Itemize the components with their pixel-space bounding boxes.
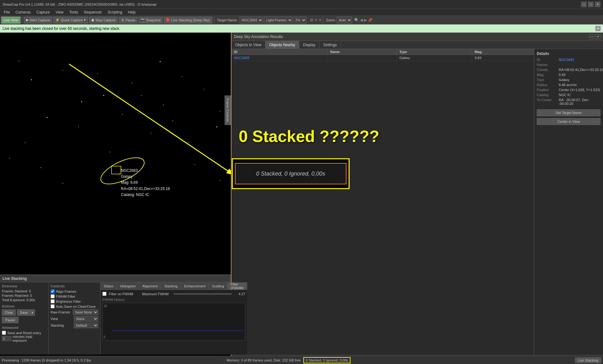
window-title: SharpCap Pro (v4.1.11680, 64 bit) - ZWO … [3, 3, 156, 6]
save-button[interactable]: Save [17, 309, 30, 316]
fwhm-filter-label: FWHM Filter [56, 295, 75, 298]
fwhm-baseline-line [112, 330, 243, 331]
svg-point-15 [47, 117, 48, 118]
notification-close-button[interactable]: ✕ [595, 26, 600, 31]
save-dropdown-button[interactable]: ▾ [30, 309, 35, 316]
quick-capture-button[interactable]: ⚡ Quick Capture ▾ [53, 17, 88, 24]
tab-stacking[interactable]: Stacking [161, 282, 181, 290]
maximize-button[interactable]: □ [588, 2, 594, 7]
close-window-button[interactable]: ✕ [595, 2, 600, 7]
fwhm-slider[interactable] [174, 293, 232, 295]
fwhm-chart: 10 0 [102, 303, 245, 340]
menu-file[interactable]: File [1, 9, 12, 15]
tab-guiding[interactable]: Guiding [209, 282, 227, 290]
ann-tab-objects-nearby[interactable]: Objects Nearby [265, 41, 299, 49]
live-stacking-content: Overview Frames Stacked: 0 Frames Reject… [0, 282, 231, 355]
svg-point-7 [19, 61, 19, 61]
menu-capture[interactable]: Capture [34, 9, 52, 15]
annotation-minimize-button[interactable]: — [589, 34, 594, 39]
save-reset-label: Save and Reset every [7, 331, 41, 335]
detail-type-value: Galaxy [559, 78, 569, 82]
target-name-select[interactable]: NGC2683 [240, 17, 263, 24]
ann-tab-settings[interactable]: Settings [319, 41, 341, 49]
object-catalog: Catalog: NGC IC [121, 192, 170, 198]
save-reset-checkbox[interactable] [2, 331, 6, 335]
svg-point-13 [110, 152, 110, 152]
align-frames-checkbox[interactable] [51, 289, 55, 293]
stacking-select[interactable]: Default [74, 323, 98, 328]
notification-bar: Live stacking has been closed for over 6… [0, 24, 603, 33]
menu-help[interactable]: Help [125, 9, 138, 15]
ann-tab-display[interactable]: Display [299, 41, 319, 49]
live-stacking-button[interactable]: 🔴 Live Stacking (Deep Sky) [164, 17, 212, 24]
frame-controls-tab[interactable]: Frame Controls [225, 95, 231, 125]
raw-frames-select[interactable]: Save None [73, 309, 98, 315]
snapshot-button[interactable]: 📷 Snapshot [139, 17, 163, 24]
svg-rect-31 [111, 166, 121, 174]
live-stacking-tab-button[interactable]: Live Stacking [575, 357, 601, 363]
fx-select[interactable]: FX [294, 17, 307, 24]
detail-coords-row: Coords. RA=08:52:41,Dec=+33:25:18 [537, 68, 600, 72]
light-frames-select[interactable]: Light Frames [264, 17, 293, 24]
detail-to-center-label: To Center [537, 98, 559, 106]
menu-cameras[interactable]: Cameras [13, 9, 33, 15]
set-target-name-button[interactable]: Set Target Name [537, 109, 600, 116]
actions-section: Actions Clear Save ▾ Pause [2, 304, 46, 323]
svg-point-24 [141, 95, 142, 96]
details-buttons: Set Target Name Center in View [537, 109, 600, 125]
overview-title: Overview [2, 284, 46, 288]
detail-names-row: Names [537, 63, 600, 67]
clear-button[interactable]: Clear [2, 309, 16, 316]
minutes-input[interactable] [2, 336, 11, 341]
separator-1 [22, 17, 22, 23]
detail-id-value[interactable]: NGC2683 [559, 58, 574, 62]
raw-frames-row: Raw Frames Save None [51, 309, 98, 315]
start-capture-button[interactable]: ▶ Start Capture [24, 17, 52, 24]
object-type: Galaxy [121, 174, 170, 180]
detail-coords-value: RA=08:52:41,Dec=+33:25:18 [559, 68, 603, 72]
table-row[interactable]: NGC2683 Galaxy 9.69 [231, 55, 534, 61]
fwhm-value: 4.27 [234, 292, 245, 296]
brightness-filter-checkbox[interactable] [51, 299, 55, 303]
menu-tools[interactable]: Tools [67, 9, 81, 15]
detail-position-value: Center (X=1.628, Y=1.533) [559, 88, 600, 92]
stop-capture-button[interactable]: ⏹ Stop Capture [89, 17, 118, 24]
tab-status[interactable]: Status [100, 282, 117, 290]
tab-enhancement[interactable]: Enhancement [181, 282, 209, 290]
zoom-select[interactable]: Auto [337, 17, 352, 24]
toolbar-icons: ⊞ ✕ ▾ [310, 18, 321, 22]
detail-radius-label: Radius [537, 83, 559, 87]
toolbar: Live View ▶ Start Capture ⚡ Quick Captur… [0, 16, 603, 24]
tab-histogram[interactable]: Histogram [117, 282, 139, 290]
fwhm-filter-checkbox[interactable] [51, 294, 55, 298]
menu-scripting[interactable]: Scripting [105, 9, 125, 15]
tab-alignment[interactable]: Alignment [139, 282, 161, 290]
pause-button[interactable]: Pause [2, 317, 19, 323]
stacked-inner-box: 0 Stacked, 0 Ignored, 0,00s [235, 163, 346, 184]
pause-toolbar-button[interactable]: ⏸ Pause [119, 17, 137, 24]
menu-sequencer[interactable]: Sequencer [81, 9, 105, 15]
minimize-button[interactable]: — [581, 2, 587, 7]
detail-id-row: ID NGC2683 [537, 58, 600, 62]
svg-point-3 [103, 95, 104, 96]
col-type: Type [397, 49, 472, 55]
view-select[interactable]: Stack [74, 316, 98, 322]
actions-title: Actions [2, 304, 46, 308]
menu-bar: File Cameras Capture View Tools Sequence… [0, 9, 603, 16]
ann-tab-objects-in-view[interactable]: Objects In View [231, 41, 265, 49]
fwhm-history-label: FWHM History [102, 298, 245, 302]
annotation-close-button[interactable]: ✕ [595, 34, 600, 39]
details-panel: Details ID NGC2683 Names Coords. RA=08:5… [534, 49, 603, 355]
svg-line-30 [198, 187, 231, 196]
status-stacked-text: 0 Stacked, 0 Ignored, 0,00s [306, 358, 348, 362]
detail-to-center-value: RA: -00:00:07, Dec: -00:00:20 [559, 98, 600, 106]
center-in-view-button[interactable]: Center in View [537, 118, 600, 125]
title-bar: SharpCap Pro (v4.1.11680, 64 bit) - ZWO … [0, 0, 603, 9]
auto-save-checkbox[interactable] [51, 304, 55, 308]
notification-message: Live stacking has been closed for over 6… [3, 26, 120, 31]
object-coords: RA=08:52:41,Dec=+33:25:18 [121, 186, 170, 192]
live-view-button[interactable]: Live View [1, 17, 20, 24]
tab-filter-fwhm[interactable]: Filter (FWHM) [227, 282, 247, 290]
menu-view[interactable]: View [53, 9, 66, 15]
filter-on-fwhm-checkbox[interactable] [102, 292, 106, 296]
